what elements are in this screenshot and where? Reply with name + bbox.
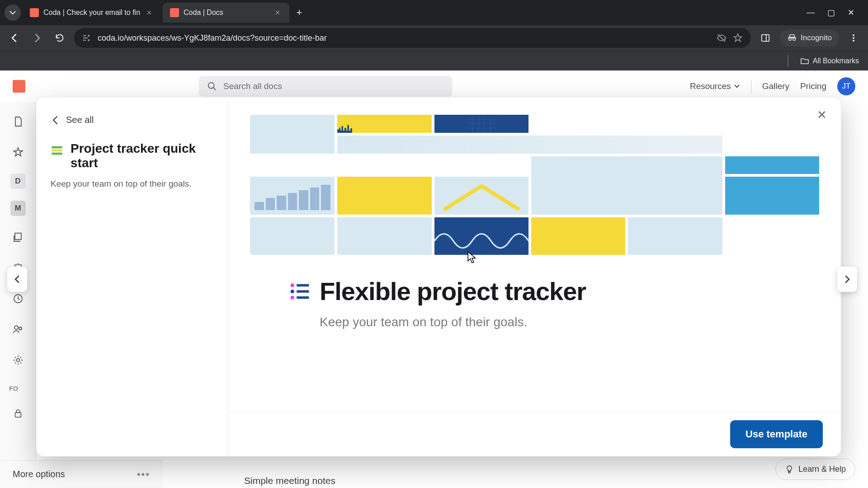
browser-tab-1[interactable]: Coda | Docs × <box>163 3 289 23</box>
template-title: Project tracker quick start <box>71 141 213 170</box>
trash-rail-item[interactable] <box>9 289 28 308</box>
templates-rail-item[interactable] <box>9 228 28 247</box>
close-modal-button[interactable]: ✕ <box>814 107 830 123</box>
all-bookmarks-button[interactable]: All Bookmarks <box>788 55 859 67</box>
tab-title: Coda | Check your email to fin <box>43 9 140 17</box>
reload-icon <box>55 33 65 43</box>
wave-graphic <box>434 217 528 255</box>
svg-rect-33 <box>297 284 309 286</box>
tab-search-dropdown[interactable] <box>5 5 21 21</box>
see-all-label: See all <box>66 115 94 125</box>
modal-body[interactable]: Flexible project tracker Keep your team … <box>228 98 841 411</box>
incognito-label: Incognito <box>801 33 832 42</box>
reload-button[interactable] <box>52 30 68 46</box>
chevron-right-icon <box>843 275 852 284</box>
learn-help-button[interactable]: Learn & Help <box>775 459 855 480</box>
svg-rect-17 <box>15 413 21 417</box>
all-bookmarks-label: All Bookmarks <box>813 57 859 65</box>
list-icon <box>290 283 310 300</box>
bar-chart-graphic <box>255 183 330 210</box>
browser-menu-button[interactable] <box>845 30 862 46</box>
close-tab-button[interactable]: × <box>145 8 154 17</box>
workspace-badge-m[interactable]: M <box>10 201 26 216</box>
template-preview-modal: See all Project tracker quick start Keep… <box>36 98 841 456</box>
star-icon <box>13 147 24 158</box>
window-controls: — ▢ ✕ <box>807 8 863 18</box>
gallery-link[interactable]: Gallery <box>762 81 789 91</box>
template-description: Keep your team on top of their goals. <box>51 178 213 191</box>
lock-icon <box>13 408 23 418</box>
site-settings-icon[interactable] <box>82 33 91 42</box>
private-rail-item[interactable] <box>9 404 28 423</box>
svg-point-10 <box>208 83 214 89</box>
starred-rail-item[interactable] <box>9 143 28 162</box>
coda-favicon-icon <box>30 8 39 17</box>
bookmark-star-icon[interactable] <box>733 33 743 43</box>
url-bar[interactable]: coda.io/workspaces/ws-YgKJ8fam2a/docs?so… <box>74 28 751 48</box>
arrow-left-icon <box>51 115 61 125</box>
browser-tab-0[interactable]: Coda | Check your email to fin × <box>23 3 161 23</box>
svg-rect-19 <box>52 150 62 152</box>
folder-icon <box>800 56 809 66</box>
learn-help-label: Learn & Help <box>798 465 846 474</box>
svg-rect-2 <box>83 40 86 41</box>
maximize-button[interactable]: ▢ <box>827 8 835 18</box>
members-rail-item[interactable] <box>9 320 28 339</box>
workspace-badge-d[interactable]: D <box>10 174 26 189</box>
new-tab-button[interactable]: + <box>291 5 307 21</box>
table-icon <box>51 144 63 157</box>
gear-icon <box>13 355 24 366</box>
carousel-next-button[interactable] <box>837 267 857 292</box>
svg-line-11 <box>213 88 216 90</box>
settings-rail-item[interactable] <box>9 351 28 370</box>
chevron-down-icon <box>734 83 740 89</box>
incognito-badge[interactable]: Incognito <box>780 29 839 47</box>
tracking-off-icon[interactable] <box>717 33 726 43</box>
panel-icon <box>760 33 770 43</box>
divider <box>751 80 751 93</box>
arrow-right-icon <box>32 33 42 43</box>
use-template-button[interactable]: Use template <box>730 420 823 448</box>
browser-chrome: Coda | Check your email to fin × Coda | … <box>0 0 868 70</box>
svg-rect-35 <box>297 296 309 298</box>
pricing-link[interactable]: Pricing <box>800 81 826 91</box>
hero-image <box>250 115 819 255</box>
carousel-prev-button[interactable] <box>7 267 27 292</box>
minimize-button[interactable]: — <box>807 8 815 18</box>
chevron-down-icon <box>9 9 16 16</box>
docs-rail-item[interactable] <box>9 112 28 131</box>
bookmark-bar: All Bookmarks <box>0 51 868 70</box>
search-placeholder: Search all docs <box>223 81 282 91</box>
close-tab-button[interactable]: × <box>273 8 282 17</box>
svg-point-32 <box>291 296 294 299</box>
svg-point-14 <box>14 326 18 329</box>
svg-point-16 <box>16 359 19 362</box>
more-options-label: More options <box>13 469 65 479</box>
url-text: coda.io/workspaces/ws-YgKJ8fam2a/docs?so… <box>98 33 710 43</box>
lightbulb-icon <box>785 465 794 474</box>
tab-title: Coda | Docs <box>184 9 269 17</box>
resources-dropdown[interactable]: Resources <box>690 81 740 91</box>
side-panel-button[interactable] <box>757 30 774 46</box>
arrow-up-graphic <box>434 177 528 214</box>
template-header: Project tracker quick start <box>51 141 213 170</box>
avatar[interactable]: JT <box>837 77 855 95</box>
search-icon <box>207 81 217 91</box>
svg-point-30 <box>291 283 294 287</box>
search-input[interactable]: Search all docs <box>199 76 452 97</box>
arrow-left-icon <box>9 33 20 43</box>
content-title-row: Flexible project tracker <box>250 277 819 306</box>
close-window-button[interactable]: ✕ <box>848 8 854 18</box>
forward-button[interactable] <box>29 30 45 46</box>
modal-content: ✕ <box>228 98 841 456</box>
see-all-button[interactable]: See all <box>51 115 213 125</box>
ellipsis-icon: ••• <box>137 469 150 480</box>
svg-point-7 <box>853 34 854 36</box>
svg-point-8 <box>853 37 854 39</box>
grid-graphic <box>434 115 528 133</box>
coda-logo-icon[interactable] <box>13 80 25 93</box>
more-options-button[interactable]: More options ••• <box>0 460 163 488</box>
modal-sidebar: See all Project tracker quick start Keep… <box>36 98 228 456</box>
background-doc-title: Simple meeting notes <box>244 475 335 486</box>
back-button[interactable] <box>6 30 23 46</box>
